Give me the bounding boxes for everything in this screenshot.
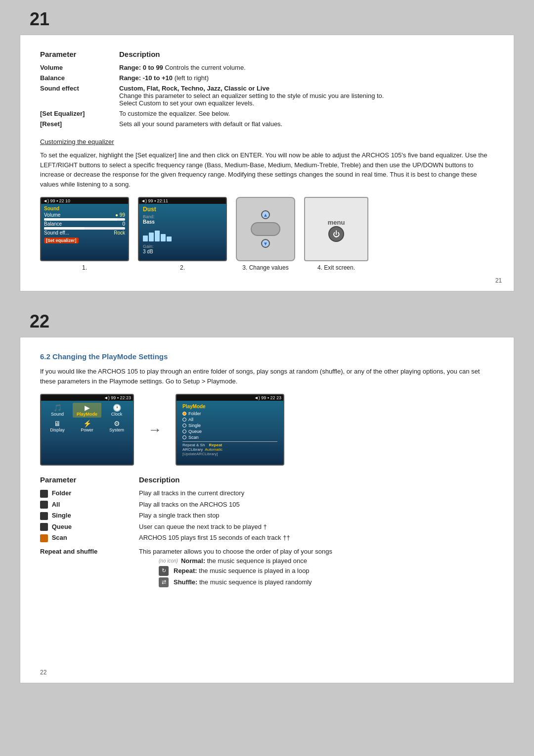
screenshot-3: ▲ ▼ 3. Change values (236, 197, 295, 271)
table-row: Sound effect Custom, Flat, Rock, Techno,… (40, 83, 494, 108)
desc-seteq: To customize the equalizer. See below. (119, 108, 494, 119)
page-num-21: 21 (495, 277, 502, 284)
param-all: All (40, 499, 139, 511)
param-scan: Scan (40, 532, 139, 544)
device-mock-3: ▲ ▼ (236, 197, 295, 261)
section-title-customizing: Customizing the equalizer (40, 138, 494, 145)
screen-status-left: ◄) 99 ▪ 22:23 (41, 395, 133, 401)
screen-status-right: ◄) 99 ▪ 22 23 (177, 395, 283, 401)
table-row: Queue User can queue the next track to b… (40, 521, 494, 533)
menu-item-clock: 🕐 Clock (102, 403, 131, 418)
desc-all: Play all tracks on the ARCHOS 105 (139, 499, 494, 511)
screenshot-2: ◄) 99 ▪ 22:11 Dust Band:Bass Gain:3 dB 2… (138, 197, 227, 271)
screenshots-row-22: ◄) 99 ▪ 22:23 🎵 Sound ▶ PlayMode 🕐 Clock (40, 394, 494, 466)
desc-folder: Play all tracks in the current directory (139, 488, 494, 499)
table-row: Balance Range: -10 to +10 (left to right… (40, 73, 494, 83)
menu-item-sound: 🎵 Sound (43, 403, 72, 418)
eq-bars (143, 227, 222, 241)
screen2-content: Dust Band:Bass Gain:3 dB (139, 204, 226, 256)
param-repeat-shuffle: Repeat and shuffle (40, 544, 139, 590)
system-icon: ⚙ (103, 420, 130, 427)
col-parameter: Parameter (40, 50, 119, 62)
playmode-item-folder: Folder (182, 411, 277, 417)
menu-item-system: ⚙ System (102, 419, 131, 433)
status-text-right: ◄) 99 ▪ 22 23 (254, 395, 281, 400)
param-reset: [Reset] (40, 119, 119, 129)
page-num-22: 22 (40, 669, 46, 676)
table-row: [Set Equalizer] To customize the equaliz… (40, 108, 494, 119)
desc-volume: Range: 0 to 99 Controls the current volu… (119, 62, 494, 73)
playmode-screen-content: PlayMode Folder All Single (177, 401, 283, 459)
no-icon-label: (no icon) (159, 558, 178, 564)
col-description: Description (119, 50, 494, 62)
menu-mock: menu ⏻ (304, 197, 368, 261)
desc-queue: User can queue the next track to be play… (139, 521, 494, 533)
screen1-content: Sound Volume● 99 Balance0 Sound eff...Ro… (41, 204, 128, 245)
screenshot-label-4: 4. Exit screen. (317, 264, 355, 271)
page-21-box: Parameter Description Volume Range: 0 to… (20, 35, 514, 291)
page-gap (0, 291, 534, 302)
shuffle-icon: ⇄ (159, 577, 169, 587)
screen-mock-playmode: ◄) 99 ▪ 22 23 PlayMode Folder All (176, 394, 284, 466)
playmode-list: PlayMode Folder All Single (178, 402, 281, 458)
desc-single: Play a single track then stop (139, 510, 494, 521)
param-queue: Queue (40, 521, 139, 533)
device-oval (251, 222, 280, 236)
section-title-62: 6.2 Changing the PlayMode Settings (40, 352, 494, 361)
menu-label: menu (328, 219, 345, 226)
menu-item-display: 🖥 Display (43, 419, 72, 433)
desc-balance: Range: -10 to +10 (left to right) (119, 73, 494, 83)
table-row: Repeat and shuffle This parameter allows… (40, 544, 494, 590)
screenshot-label-3: 3. Change values (242, 264, 288, 271)
body-text-customizing: To set the equalizer, highlight the [Set… (40, 150, 494, 189)
param-single: Single (40, 510, 139, 521)
radio-all (182, 418, 186, 422)
desc-repeat-shuffle: This parameter allows you to choose the … (139, 544, 494, 590)
screen-mock-setup: ◄) 99 ▪ 22:23 🎵 Sound ▶ PlayMode 🕐 Clock (40, 394, 134, 466)
setup-menu-grid: 🎵 Sound ▶ PlayMode 🕐 Clock 🖥 Display (41, 401, 133, 435)
desc-scan: ARCHOS 105 plays first 15 seconds of eac… (139, 532, 494, 544)
set-eq-badge: [Set equalizer] (44, 237, 79, 243)
table-row: Scan ARCHOS 105 plays first 15 seconds o… (40, 532, 494, 544)
scan-icon (40, 534, 48, 542)
screen-mock-1: ◄) 99 ▪ 22 10 Sound Volume● 99 Balance0 … (40, 197, 129, 261)
param-volume: Volume (40, 62, 119, 73)
status-text-2: ◄) 99 ▪ 22:11 (141, 198, 168, 203)
radio-folder (182, 412, 186, 416)
playmode-item-single: Single (182, 423, 277, 428)
col-parameter-22: Parameter (40, 475, 139, 488)
table-row: All Play all tracks on the ARCHOS 105 (40, 499, 494, 511)
folder-icon (40, 490, 48, 498)
playmode-item-queue: Queue (182, 428, 277, 434)
single-icon (40, 512, 48, 520)
screenshot-playmode-list: ◄) 99 ▪ 22 23 PlayMode Folder All (176, 394, 284, 466)
status-text-left: ◄) 99 ▪ 22:23 (104, 395, 131, 400)
power-menu-icon: ⚡ (74, 420, 100, 427)
param-balance: Balance (40, 73, 119, 83)
playmode-item-scan: Scan (182, 434, 277, 440)
up-button-icon: ▲ (261, 210, 270, 219)
desc-soundeffect: Custom, Flat, Rock, Techno, Jazz, Classi… (119, 83, 494, 108)
param-table-22: Parameter Description Folder Play all tr… (40, 475, 494, 590)
display-icon: 🖥 (44, 420, 71, 427)
playmode-icon: ▶ (74, 404, 100, 412)
body-text-62: If you would like the ARCHOS 105 to play… (40, 367, 494, 386)
radio-single (182, 424, 186, 427)
table-row: [Reset] Sets all your sound parameters w… (40, 119, 494, 129)
power-icon: ⏻ (328, 226, 344, 242)
radio-queue (182, 429, 186, 433)
desc-reset: Sets all your sound parameters with defa… (119, 119, 494, 129)
page-22-box: 6.2 Changing the PlayMode Settings If yo… (20, 337, 514, 683)
playmode-item-all: All (182, 417, 277, 423)
repeat-icon: ↻ (159, 566, 169, 576)
screenshots-row-21: ◄) 99 ▪ 22 10 Sound Volume● 99 Balance0 … (40, 197, 494, 271)
sound-icon: 🎵 (44, 404, 71, 412)
screenshot-1: ◄) 99 ▪ 22 10 Sound Volume● 99 Balance0 … (40, 197, 129, 271)
screenshot-4: menu ⏻ 4. Exit screen. (304, 197, 368, 271)
param-table-21: Parameter Description Volume Range: 0 to… (40, 50, 494, 129)
menu-item-power: ⚡ Power (73, 419, 101, 433)
screenshot-setup-menu: ◄) 99 ▪ 22:23 🎵 Sound ▶ PlayMode 🕐 Clock (40, 394, 134, 466)
queue-icon (40, 523, 48, 531)
status-bar-2: ◄) 99 ▪ 22:11 (139, 198, 226, 204)
clock-icon: 🕐 (103, 404, 130, 412)
